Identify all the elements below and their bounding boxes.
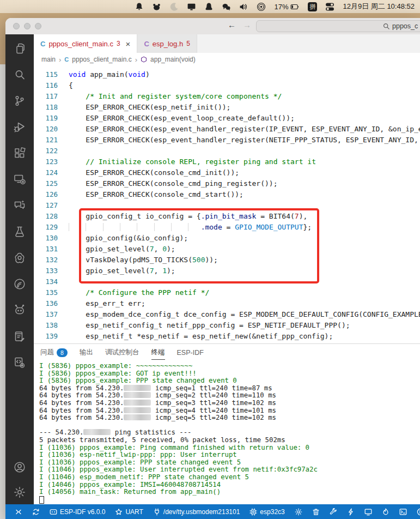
activity-bar-espressif-icon[interactable] (13, 277, 26, 291)
code-text (69, 146, 420, 156)
airdrop-icon[interactable] (257, 2, 266, 11)
line-number: 139 (34, 331, 58, 342)
status-item-remote[interactable] (11, 508, 26, 516)
status-item-flame[interactable] (378, 508, 393, 516)
code-line-124[interactable]: 124 ESP_ERROR_CHECK(console_cmd_init()); (34, 167, 420, 178)
status-item-terminal[interactable] (395, 508, 411, 516)
code-line-131[interactable]: 131 gpio_set_level(7, 0); (34, 244, 420, 255)
wechat-icon[interactable] (222, 2, 231, 11)
speaker-icon[interactable] (239, 2, 248, 11)
code-line-122[interactable]: 122 (34, 146, 420, 156)
activity-bar-settings-gear-icon[interactable] (13, 486, 26, 499)
battery-indicator[interactable]: 17% (274, 2, 300, 11)
terminal-line: 64 bytes from 54.230. icmp_seq=2 ttl=240… (39, 392, 420, 400)
code-line-128[interactable]: 128 gpio_config_t io_config = {.pin_bit_… (34, 211, 420, 222)
activity-bar-explorer-icon[interactable] (13, 42, 26, 55)
nav-back-button[interactable]: ← (228, 20, 236, 29)
activity-bar-run-debug-icon[interactable] (13, 120, 26, 134)
line-number: 119 (34, 113, 58, 124)
moon-icon[interactable] (169, 2, 179, 11)
activity-bar-extensions-icon[interactable] (13, 147, 26, 160)
screen: 17%拼12月9日 周二 10:48:52 ← → pppos_c (0, 0, 420, 519)
code-line-136[interactable]: 136 esp_err_t err; (34, 298, 420, 309)
close-window-button[interactable] (13, 23, 20, 29)
status-item-trash[interactable] (308, 508, 324, 516)
code-line-117[interactable]: 117 /* Init and register system/core com… (34, 91, 420, 102)
display-icon[interactable] (187, 2, 196, 11)
terminal-output[interactable]: I (5836) pppos_example: ~~~~~~~~~~~~~~I … (34, 360, 420, 504)
status-item-plug[interactable]: /dev/tty.usbmodem213101 (149, 508, 244, 516)
status-item-chip[interactable]: esp32c3 (246, 508, 288, 516)
zoom-window-button[interactable] (35, 23, 41, 29)
code-line-121[interactable]: 121 ESP_ERROR_CHECK(esp_event_handler_re… (34, 135, 420, 146)
code-line-134[interactable]: 134 (34, 276, 420, 287)
cat-icon[interactable] (152, 2, 161, 11)
panel-tab-ESP-IDF[interactable]: ESP-IDF (177, 344, 204, 360)
activity-bar-remote-explorer-icon[interactable] (13, 173, 26, 186)
terminal-line: --- 54.230. ping statistics --- (39, 429, 420, 437)
code-line-130[interactable]: 130 gpio_config(&io_config); (34, 233, 420, 244)
code-line-132[interactable]: 132 vTaskDelay(pdMS_TO_TICKS(500)); (34, 255, 420, 265)
status-item-monitor[interactable] (361, 508, 376, 516)
activity-bar-openai-icon[interactable] (13, 251, 26, 264)
status-item-star[interactable]: UART (111, 508, 147, 516)
code-line-129[interactable]: 129 .mode = GPIO_MODE_OUTPUT}; (34, 222, 420, 233)
editor-tab-pppos_client_main.c[interactable]: Cpppos_client_main.c3× (34, 34, 137, 53)
status-item-espidf-logo[interactable]: ESP-IDF v6.0.0 (46, 508, 109, 516)
editor-tab-esp_log.h[interactable]: Cesp_log.h5 (137, 34, 197, 53)
penguin-icon[interactable] (204, 2, 214, 11)
activity-bar-source-control-icon[interactable] (13, 94, 26, 107)
activity-bar-robot-icon[interactable] (13, 304, 26, 317)
close-tab-icon[interactable]: × (126, 39, 131, 49)
minimize-window-button[interactable] (24, 23, 31, 29)
breadcrumb-item[interactable]: app_main(void) (150, 56, 196, 63)
code-editor[interactable]: 115void app_main(void)116{117 /* Init an… (34, 66, 420, 343)
nav-forward-button[interactable]: → (243, 20, 251, 29)
status-item-gear[interactable] (291, 508, 306, 516)
terminal-line: I (11036) pppos_example: Ping command fi… (39, 444, 420, 452)
breadcrumb-separator: › (59, 56, 61, 64)
code-line-118[interactable]: 118 ESP_ERROR_CHECK(esp_netif_init()); (34, 102, 420, 113)
code-line-116[interactable]: 116{ (34, 80, 420, 91)
panel-tab-终端[interactable]: 终端 (151, 344, 165, 360)
breadcrumb-item[interactable]: pppos_client_main.c (72, 56, 131, 63)
code-line-137[interactable]: 137 esp_modem_dce_config_t dce_config = … (34, 309, 420, 320)
background-window-edge (0, 64, 5, 519)
code-text (69, 200, 420, 211)
status-item-circle-x[interactable] (413, 508, 420, 516)
command-center-search[interactable]: pppos_c (256, 20, 420, 32)
activity-bar-chat-icon[interactable] (13, 199, 26, 212)
input-method-indicator[interactable]: 拼 (308, 2, 317, 11)
panel-tab-输出[interactable]: 输出 (80, 344, 93, 360)
line-number: 127 (34, 200, 58, 211)
breadcrumb-item[interactable]: main (41, 56, 56, 63)
code-line-133[interactable]: 133 gpio_set_level(7, 1); (34, 265, 420, 276)
line-number: 118 (34, 102, 58, 113)
status-item-wrench[interactable] (326, 508, 341, 516)
panel-tab-问题[interactable]: 问题8 (40, 344, 68, 360)
code-line-135[interactable]: 135 /* Configure the PPP netif */ (34, 287, 420, 298)
code-line-119[interactable]: 119 ESP_ERROR_CHECK(esp_event_loop_creat… (34, 113, 420, 124)
code-line-127[interactable]: 127 (34, 200, 420, 211)
code-line-125[interactable]: 125 ESP_ERROR_CHECK(console_cmd_ping_reg… (34, 178, 420, 189)
code-line-120[interactable]: 120 ESP_ERROR_CHECK(esp_event_handler_re… (34, 124, 420, 135)
code-line-115[interactable]: 115void app_main(void) (34, 69, 420, 80)
code-line-139[interactable]: 139 esp_netif_t *esp_netif = esp_netif_n… (34, 331, 420, 342)
control-center-icon[interactable] (325, 2, 334, 11)
bell-icon[interactable] (135, 2, 144, 11)
line-number: 131 (34, 244, 58, 255)
status-item-cycle[interactable] (28, 508, 44, 516)
code-line-126[interactable]: 126 ESP_ERROR_CHECK(console_cmd_start())… (34, 189, 420, 200)
activity-bar-search-icon[interactable] (13, 68, 26, 81)
code-line-138[interactable]: 138 esp_netif_config_t netif_ppp_config … (34, 320, 420, 331)
activity-bar-notes-icon[interactable] (13, 330, 26, 343)
redacted-ip (124, 400, 151, 406)
panel-tab-调试控制台[interactable]: 调试控制台 (105, 344, 139, 360)
activity-bar-testing-icon[interactable] (13, 225, 26, 238)
activity-bar-code-config-icon[interactable] (13, 356, 26, 369)
status-item-bolt[interactable] (343, 508, 358, 516)
activity-bar-account-icon[interactable] (13, 461, 26, 474)
menu-bar-clock[interactable]: 12月9日 周二 10:48:52 (343, 2, 415, 11)
code-text: /* Init and register system/core compone… (69, 91, 420, 102)
code-line-123[interactable]: 123 // Initialize console REPL, register… (34, 156, 420, 167)
